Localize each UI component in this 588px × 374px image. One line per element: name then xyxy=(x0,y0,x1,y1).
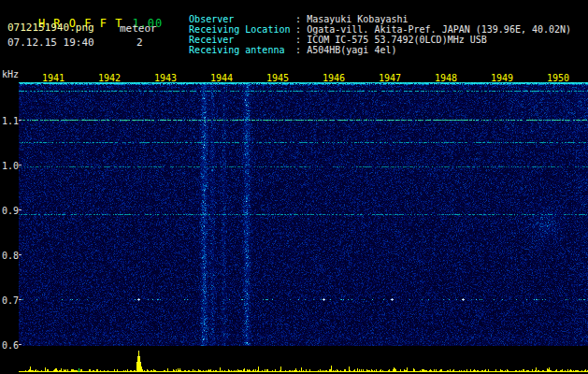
y-tick-label: 1.1 xyxy=(2,116,19,126)
y-tick-label: 0.9 xyxy=(2,206,19,216)
info-row-antenna: Receiving antenna: A504HB(yagi 4el) xyxy=(166,35,396,65)
y-tick-label: 0.7 xyxy=(2,295,19,306)
spectrogram-canvas xyxy=(19,82,588,346)
y-axis-tick-labels: 1.11.00.90.80.70.6 xyxy=(0,0,19,374)
mode-label: meteor xyxy=(120,22,157,35)
hrofft-screenshot: H R O F F T1.00 0712151940.png meteor 2 … xyxy=(0,0,588,374)
timestamp: 07.12.15 19:40 xyxy=(7,36,94,49)
output-filename: 0712151940.png xyxy=(7,22,94,34)
colon: : xyxy=(295,45,307,55)
antenna-label: Receiving antenna xyxy=(189,45,295,55)
antenna-value: A504HB(yagi 4el) xyxy=(307,45,396,55)
signal-level-canvas xyxy=(19,350,588,372)
meteor-count: 2 xyxy=(136,36,143,49)
y-tick-label: 0.6 xyxy=(2,340,19,351)
y-tick-label: 0.8 xyxy=(2,251,19,261)
y-tick-label: 1.0 xyxy=(2,161,19,171)
